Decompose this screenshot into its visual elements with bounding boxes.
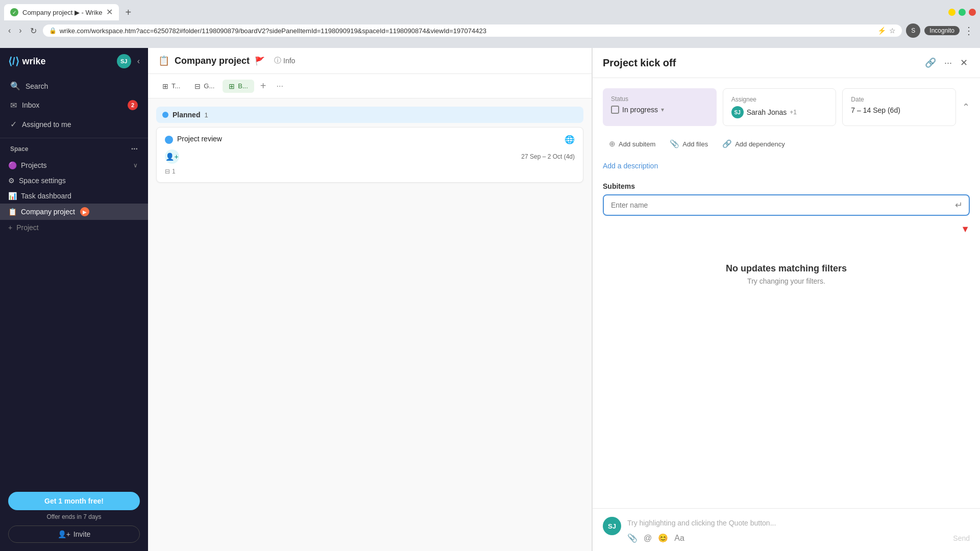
- panel-header: Project kick off 🔗 ··· ✕: [593, 48, 980, 78]
- status-dropdown-icon: ▾: [661, 106, 664, 113]
- panel-title: Project kick off: [603, 57, 917, 69]
- incognito-badge: Incognito: [924, 26, 960, 35]
- browser-ext-icon: ⚡: [877, 27, 886, 35]
- attach-btn[interactable]: 📎: [627, 533, 638, 543]
- add-subitem-btn[interactable]: ⊕ Add subitem: [603, 136, 662, 152]
- panel-more-btn[interactable]: ···: [942, 56, 954, 70]
- right-panel: Project kick off 🔗 ··· ✕ Status In progr…: [592, 48, 980, 551]
- browser-tab[interactable]: ✓ Company project ▶ - Wrike ✕: [4, 4, 119, 20]
- tab-table-label: T...: [172, 82, 180, 90]
- sidebar-nav: 🔍 Search ✉ Inbox 2 ✓ Assigned to me: [0, 74, 148, 136]
- assignee-plus: +1: [790, 109, 797, 116]
- company-project-icon: 📋: [8, 208, 17, 216]
- sidebar-collapse-btn[interactable]: ‹: [137, 57, 140, 66]
- status-text: In progress: [622, 106, 658, 114]
- add-dependency-icon: 🔗: [722, 139, 732, 148]
- view-tabs: ⊞ T... ⊟ G... ⊞ B... + ···: [148, 74, 592, 98]
- invite-label: Invite: [74, 530, 90, 538]
- board-icon: ⊞: [229, 82, 235, 90]
- table-icon: ⊞: [162, 82, 168, 90]
- sidebar-item-assigned[interactable]: ✓ Assigned to me: [0, 115, 148, 134]
- task-card[interactable]: Project review 🌐 👤+ 27 Sep – 2 Oct (4d) …: [156, 127, 583, 183]
- window-minimize-btn[interactable]: [948, 9, 955, 16]
- task-title: Project review: [177, 135, 560, 143]
- inbox-badge: 2: [128, 100, 138, 110]
- task-status-dot: [165, 136, 173, 144]
- tab-gantt[interactable]: ⊟ G...: [188, 80, 220, 93]
- window-close-btn[interactable]: [969, 9, 976, 16]
- sidebar-section-header: Space ···: [0, 140, 148, 158]
- emoji-btn[interactable]: 😊: [658, 533, 668, 543]
- add-view-btn[interactable]: +: [256, 78, 271, 94]
- filter-btn[interactable]: ▼: [961, 224, 970, 235]
- subitems-title: Subitems: [603, 182, 970, 190]
- info-btn[interactable]: ⓘ Info: [274, 56, 295, 65]
- add-files-btn[interactable]: 📎 Add files: [664, 136, 714, 152]
- more-views-btn[interactable]: ···: [273, 80, 287, 93]
- space-settings-icon: ⚙: [8, 177, 15, 185]
- description-placeholder[interactable]: Add a description: [603, 162, 970, 170]
- projects-icon: 🟣: [8, 161, 17, 169]
- inbox-icon: ✉: [10, 101, 17, 110]
- sidebar-item-inbox[interactable]: ✉ Inbox 2: [0, 95, 148, 115]
- send-btn[interactable]: Send: [953, 534, 970, 542]
- subitem-count: 1: [172, 168, 176, 175]
- sidebar-item-space-settings[interactable]: ⚙ Space settings: [0, 173, 148, 188]
- tab-table[interactable]: ⊞ T...: [156, 80, 186, 93]
- panel-link-btn[interactable]: 🔗: [923, 55, 938, 70]
- subitem-input-wrapper: ↵: [603, 194, 970, 216]
- sidebar-item-company-project[interactable]: 📋 Company project ▶: [0, 204, 148, 220]
- sidebar-bottom: Get 1 month free! Offer ends in 7 days 👤…: [0, 484, 148, 551]
- address-bar[interactable]: 🔒 wrike.com/workspace.htm?acc=6250782#fo…: [43, 24, 902, 37]
- sidebar-search-label: Search: [26, 82, 48, 90]
- task-dashboard-icon: 📊: [8, 192, 17, 200]
- add-subitem-label: Add subitem: [619, 140, 655, 148]
- sidebar-item-add-project[interactable]: + Project: [0, 220, 148, 235]
- invite-icon: 👤+: [58, 530, 70, 538]
- meta-collapse-btn[interactable]: ⌃: [962, 102, 970, 113]
- add-dependency-btn[interactable]: 🔗 Add dependency: [716, 136, 791, 152]
- tab-close-btn[interactable]: ✕: [106, 8, 113, 16]
- sidebar-item-projects[interactable]: 🟣 Projects ∨: [0, 158, 148, 173]
- assignee-card[interactable]: Assignee SJ Sarah Jonas +1: [723, 88, 837, 126]
- info-icon: ⓘ: [274, 56, 281, 65]
- sidebar-projects-label: Projects: [21, 161, 47, 169]
- new-tab-button[interactable]: +: [121, 5, 135, 20]
- gantt-icon: ⊟: [194, 82, 201, 90]
- back-btn[interactable]: ‹: [6, 24, 13, 37]
- sidebar-item-search[interactable]: 🔍 Search: [0, 77, 148, 95]
- date-value: 7 – 14 Sep (6d): [851, 106, 947, 114]
- subitem-enter-btn[interactable]: ↵: [949, 195, 969, 215]
- panel-close-btn[interactable]: ✕: [958, 55, 970, 70]
- panel-actions: 🔗 ··· ✕: [923, 55, 970, 70]
- sidebar-space-settings-label: Space settings: [19, 177, 66, 185]
- sidebar-inbox-label: Inbox: [22, 101, 39, 109]
- refresh-btn[interactable]: ↻: [28, 24, 39, 38]
- add-dependency-label: Add dependency: [735, 140, 785, 148]
- invite-btn[interactable]: 👤+ Invite: [8, 525, 140, 543]
- forward-btn[interactable]: ›: [17, 24, 23, 37]
- assignee-value: SJ Sarah Jonas +1: [731, 106, 828, 118]
- window-maximize-btn[interactable]: [959, 9, 966, 16]
- sidebar-assigned-label: Assigned to me: [22, 120, 71, 129]
- task-footer: 👤+ 27 Sep – 2 Oct (4d): [165, 149, 575, 164]
- sidebar-section-label: Space: [10, 145, 28, 153]
- sidebar-section-more-btn[interactable]: ···: [131, 144, 138, 154]
- sidebar-header: ⟨/⟩ wrike SJ ‹: [0, 48, 148, 74]
- subitem-input[interactable]: [604, 196, 949, 214]
- date-card[interactable]: Date 7 – 14 Sep (6d): [842, 88, 956, 126]
- promo-btn[interactable]: Get 1 month free!: [8, 492, 140, 510]
- mention-btn[interactable]: @: [644, 534, 652, 543]
- sidebar-item-task-dashboard[interactable]: 📊 Task dashboard: [0, 188, 148, 204]
- sidebar-user-avatar[interactable]: SJ: [117, 54, 131, 68]
- comment-placeholder[interactable]: Try highlighting and clicking the Quote …: [627, 517, 970, 529]
- status-card[interactable]: Status In progress ▾: [603, 88, 717, 126]
- promo-subtitle: Offer ends in 7 days: [8, 513, 140, 520]
- task-subitem: ⊟ 1: [165, 168, 575, 175]
- format-btn[interactable]: Aa: [674, 534, 684, 543]
- comment-toolbar: 📎 @ 😊 Aa Send: [627, 533, 970, 543]
- tab-board[interactable]: ⊞ B...: [223, 80, 254, 93]
- profile-btn[interactable]: S: [906, 23, 920, 38]
- bookmark-icon[interactable]: ☆: [889, 27, 896, 35]
- browser-menu-btn[interactable]: ⋮: [964, 24, 974, 37]
